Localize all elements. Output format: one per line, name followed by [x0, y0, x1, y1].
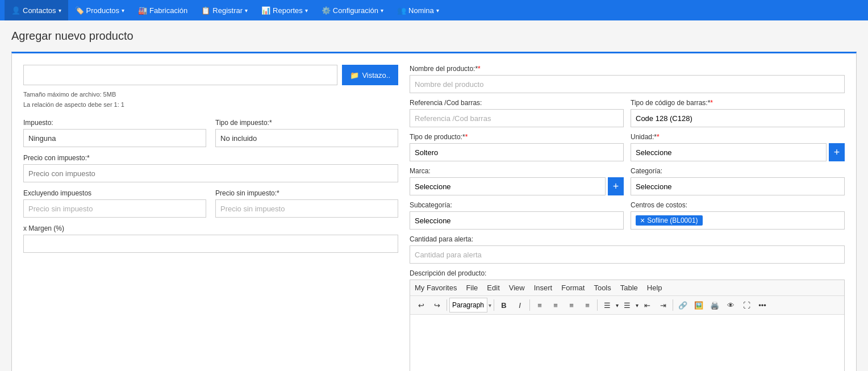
browse-button[interactable]: 📁 Vistazo..: [342, 65, 398, 85]
tipo-producto-select[interactable]: Soltero: [410, 143, 624, 161]
numbered-list-button[interactable]: ☰: [620, 298, 635, 312]
tipo-impuesto-select[interactable]: No incluido: [215, 129, 398, 147]
excluyendo-group: Excluyendo impuestos: [23, 189, 206, 218]
marca-label: Marca:: [410, 167, 624, 175]
margen-group: x Margen (%) 0.00: [23, 224, 398, 253]
nav-contactos[interactable]: 👤 Contactos ▾: [5, 0, 68, 20]
marca-group: Marca: Seleccione +: [410, 167, 624, 195]
unidad-add-button[interactable]: +: [829, 143, 845, 161]
menu-insert[interactable]: Insert: [529, 281, 557, 294]
editor-toolbar: ↩ ↪ Paragraph ▾ B I ≡ ≡ ≡: [410, 296, 844, 315]
cantidad-label: Cantidad para alerta:: [410, 235, 845, 243]
align-right-button[interactable]: ≡: [564, 298, 579, 312]
impuesto-group: Impuesto: Ninguna: [23, 119, 206, 147]
menu-view[interactable]: View: [504, 281, 529, 294]
unidad-group: Unidad:* Seleccione +: [631, 133, 845, 161]
left-panel: 📁 Vistazo.. Tamaño máximo de archivo: 5M…: [23, 65, 398, 371]
fullscreen-button[interactable]: ⛶: [739, 298, 754, 312]
more-button[interactable]: •••: [755, 298, 770, 312]
precio-sin-right-input[interactable]: [215, 199, 398, 218]
undo-button[interactable]: ↩: [414, 298, 428, 312]
nav-productos[interactable]: 🏷️ Productos ▾: [68, 0, 132, 20]
nav-reportes[interactable]: 📊 Reportes ▾: [254, 0, 315, 20]
unidad-select[interactable]: Seleccione: [631, 143, 827, 161]
align-justify-button[interactable]: ≡: [580, 298, 595, 312]
italic-button[interactable]: I: [512, 298, 527, 312]
subcategoria-select[interactable]: Seleccione: [410, 211, 624, 230]
redo-button[interactable]: ↪: [429, 298, 444, 312]
precio-con-impuesto-label: Precio con impuesto:*: [23, 154, 398, 162]
impuesto-select[interactable]: Ninguna: [23, 129, 206, 147]
toolbar-separator-2: [494, 299, 494, 311]
marca-select-row: Seleccione +: [410, 177, 624, 195]
nombre-group: Nombre del producto:*: [410, 65, 845, 93]
categoria-label: Categoría:: [631, 167, 845, 175]
nav-fabricacion[interactable]: 🏭 Fabricación: [131, 0, 194, 20]
categoria-select[interactable]: Seleccione: [631, 177, 845, 195]
precio-sin-left-input[interactable]: [23, 199, 206, 218]
nav-registrar[interactable]: 📋 Registrar ▾: [194, 0, 254, 20]
menu-help[interactable]: Help: [642, 281, 667, 294]
toolbar-separator-5: [673, 299, 673, 311]
menu-edit[interactable]: Edit: [482, 281, 504, 294]
preview-button[interactable]: 👁: [723, 298, 738, 312]
tipo-codigo-label: Tipo de código de barras:*: [631, 99, 845, 107]
subcategoria-group: Subcategoría: Seleccione: [410, 201, 624, 230]
chevron-down-icon: ▾: [59, 7, 61, 14]
tipo-producto-label: Tipo de producto:*: [410, 133, 624, 141]
paragraph-select[interactable]: Paragraph: [449, 298, 487, 312]
descripcion-label: Descripción del producto:: [410, 269, 845, 277]
print-button[interactable]: 🖨️: [707, 298, 722, 312]
excluyendo-row: Excluyendo impuestos Precio sin impuesto…: [23, 189, 398, 218]
outdent-button[interactable]: ⇤: [640, 298, 654, 312]
menu-tools[interactable]: Tools: [589, 281, 615, 294]
tipo-impuesto-group: Tipo de impuesto:* No incluido: [215, 119, 398, 147]
link-button[interactable]: 🔗: [675, 298, 690, 312]
descripcion-group: Descripción del producto: My Favorites F…: [410, 269, 845, 371]
bullet-chevron-icon: ▾: [616, 302, 619, 309]
centros-tag-input[interactable]: × Sofline (BL0001): [631, 211, 845, 230]
referencia-input[interactable]: [410, 109, 624, 127]
marca-categoria-row: Marca: Seleccione + Categoría: Seleccion…: [410, 167, 845, 201]
chevron-down-icon: ▾: [305, 7, 308, 14]
bold-button[interactable]: B: [496, 298, 511, 312]
tag-remove-button[interactable]: ×: [640, 216, 645, 224]
right-panel: Nombre del producto:* Referencia /Cod ba…: [410, 65, 845, 371]
top-navigation: 👤 Contactos ▾ 🏷️ Productos ▾ 🏭 Fabricaci…: [0, 0, 868, 20]
align-center-button[interactable]: ≡: [548, 298, 563, 312]
fabricacion-icon: 🏭: [138, 6, 147, 15]
menu-format[interactable]: Format: [557, 281, 589, 294]
nav-configuracion[interactable]: ⚙️ Configuración ▾: [315, 0, 390, 20]
referencia-label: Referencia /Cod barras:: [410, 99, 624, 107]
toolbar-separator: [446, 299, 447, 311]
precio-con-impuesto-input[interactable]: [23, 164, 398, 182]
subcategoria-centros-row: Subcategoría: Seleccione Centros de cost…: [410, 201, 845, 235]
referencia-group: Referencia /Cod barras:: [410, 99, 624, 127]
nav-nomina[interactable]: 👥 Nomina ▾: [390, 0, 446, 20]
registrar-icon: 📋: [201, 6, 210, 15]
nombre-input[interactable]: [410, 75, 845, 93]
align-left-button[interactable]: ≡: [532, 298, 547, 312]
tipo-codigo-group: Tipo de código de barras:* Code 128 (C12…: [631, 99, 845, 127]
marca-add-button[interactable]: +: [608, 177, 624, 195]
precio-con-impuesto-group: Precio con impuesto:*: [23, 154, 398, 182]
menu-file[interactable]: File: [461, 281, 482, 294]
menu-my-favorites[interactable]: My Favorites: [410, 281, 461, 294]
menu-table[interactable]: Table: [616, 281, 642, 294]
marca-select[interactable]: Seleccione: [410, 177, 606, 195]
excluyendo-label: Excluyendo impuestos: [23, 189, 206, 197]
centros-label: Centros de costos:: [631, 201, 845, 209]
page-content: Agregar nuevo producto 📁 Vistazo.. Tamañ…: [0, 20, 868, 371]
chevron-down-icon: ▾: [122, 7, 124, 14]
tipo-codigo-select[interactable]: Code 128 (C128): [631, 109, 845, 127]
image-button[interactable]: 🖼️: [691, 298, 706, 312]
image-path-input[interactable]: [23, 65, 337, 85]
editor-body[interactable]: [410, 315, 844, 371]
indent-button[interactable]: ⇥: [656, 298, 670, 312]
chevron-down-icon: ▾: [381, 7, 383, 14]
precio-sin-right-label: Precio sin impuesto:*: [215, 189, 398, 197]
margen-input[interactable]: 0.00: [23, 235, 398, 253]
cantidad-input[interactable]: [410, 245, 845, 264]
bullet-list-button[interactable]: ☰: [600, 298, 615, 312]
editor-wrapper: My Favorites File Edit View Insert Forma…: [410, 280, 845, 371]
